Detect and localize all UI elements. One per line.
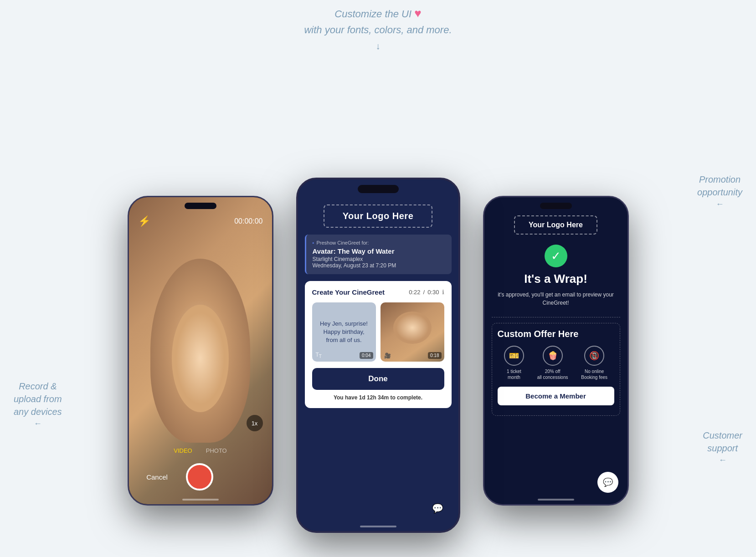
center-phone-content: Your Logo Here Preshow CineGreet for: Av… xyxy=(298,179,458,531)
movie-venue: Starlight Cinemaplex xyxy=(313,256,445,262)
offer-icons-row: 🎫 1 ticket month 🍿 20% off all concessio… xyxy=(498,346,614,380)
center-chat-icon: 💬 xyxy=(432,503,443,514)
camera-controls: VIDEO PHOTO Cancel xyxy=(129,447,272,491)
record-arrow: ← xyxy=(14,418,62,429)
cinegreet-section: Create Your CineGreet 0:22 / 0:30 ℹ Hey … xyxy=(305,281,452,408)
photo-tab[interactable]: PHOTO xyxy=(206,447,227,454)
record-button[interactable] xyxy=(186,463,213,491)
time-remaining: You have 1d 12h 34m to complete. xyxy=(312,394,444,401)
concessions-icon-circle: 🍿 xyxy=(543,346,563,366)
wrap-title: It's a Wrap! xyxy=(494,272,618,286)
video-clip-icon: 🎥 xyxy=(384,353,391,359)
cinegreet-title: Create Your CineGreet xyxy=(312,288,385,296)
time-remaining-prefix: You have xyxy=(334,394,359,401)
video-photo-tabs: VIDEO PHOTO xyxy=(129,447,272,454)
annotation-line1: Customize the UI xyxy=(334,8,411,20)
offer-item-booking: 📵 No online Booking fees xyxy=(581,346,607,380)
ticket-icon-circle: 🎫 xyxy=(504,346,524,366)
wrap-section: ✓ It's a Wrap! it's approved, you'll get… xyxy=(484,240,627,312)
phones-wrapper: ⚡ 00:00:00 1x VIDEO PHOTO Cancel xyxy=(105,55,652,533)
cinegreet-timer: 0:22 / 0:30 ℹ xyxy=(409,289,444,296)
support-arrow: ← xyxy=(703,455,742,466)
camera-timer: 00:00:00 xyxy=(234,217,262,225)
time-remaining-suffix: to complete. xyxy=(389,394,422,401)
offer-item-ticket: 🎫 1 ticket month xyxy=(504,346,524,380)
right-phone-notch xyxy=(540,203,572,209)
clip2-duration: 0:18 xyxy=(428,352,441,359)
become-member-button[interactable]: Become a Member xyxy=(498,387,614,405)
zoom-badge[interactable]: 1x xyxy=(247,415,263,431)
cinegreet-clips: Hey Jen, surprise! Happy birthday, from … xyxy=(312,302,444,362)
promo-annotation-text: Promotion opportunity xyxy=(697,174,742,197)
clip1-text: Hey Jen, surprise! Happy birthday, from … xyxy=(319,320,369,345)
concessions-label: 20% off all concessions xyxy=(537,368,568,380)
custom-offer-section: Custom Offer Here 🎫 1 ticket month 🍿 20%… xyxy=(492,323,620,416)
offer-item-concessions: 🍿 20% off all concessions xyxy=(537,346,568,380)
down-arrow: ↓ xyxy=(304,39,452,53)
time-remaining-value: 1d 12h 34m xyxy=(359,394,389,401)
right-logo-text: Your Logo Here xyxy=(529,221,583,229)
center-phone-notch xyxy=(358,185,399,193)
movie-info-bar: Preshow CineGreet for: Avatar: The Way o… xyxy=(305,235,452,274)
cancel-button[interactable]: Cancel xyxy=(146,473,168,481)
left-phone: ⚡ 00:00:00 1x VIDEO PHOTO Cancel xyxy=(128,196,273,506)
text-clip-icon: TT xyxy=(316,352,322,359)
clip1-duration: 0:04 xyxy=(360,352,373,359)
booking-icon: 📵 xyxy=(589,351,599,361)
right-home-indicator xyxy=(538,499,574,501)
center-logo-text: Your Logo Here xyxy=(343,211,414,221)
left-home-indicator xyxy=(182,499,219,501)
top-annotation: Customize the UI ♥ with your fonts, colo… xyxy=(304,5,452,53)
cinegreet-header: Create Your CineGreet 0:22 / 0:30 ℹ xyxy=(312,288,444,296)
cinegreet-title-prefix: Create Your xyxy=(312,288,352,296)
booking-icon-circle: 📵 xyxy=(584,346,604,366)
clip-card-text[interactable]: Hey Jen, surprise! Happy birthday, from … xyxy=(312,302,376,362)
clip-card-video[interactable]: 🎥 0:18 xyxy=(381,302,444,362)
promo-annotation: Promotion opportunity ← xyxy=(697,173,742,210)
center-logo-box: Your Logo Here xyxy=(324,204,433,228)
flash-icon: ⚡ xyxy=(138,215,150,227)
timer-current: 0:22 xyxy=(409,289,420,296)
right-phone: Your Logo Here ✓ It's a Wrap! it's appro… xyxy=(483,196,629,506)
custom-offer-title: Custom Offer Here xyxy=(498,329,614,339)
done-button[interactable]: Done xyxy=(312,368,444,390)
center-home-indicator xyxy=(360,526,396,527)
record-annotation: Record & upload from any devices ← xyxy=(14,380,62,429)
left-phone-content: ⚡ 00:00:00 1x VIDEO PHOTO Cancel xyxy=(129,197,272,504)
right-chat-icon: 💬 xyxy=(603,477,613,487)
right-logo-box: Your Logo Here xyxy=(514,215,597,235)
promo-arrow: ← xyxy=(697,199,742,210)
movie-date: Wednesday, August 23 at 7:20 PM xyxy=(313,262,445,269)
info-icon: ℹ xyxy=(442,289,444,296)
checkmark-icon: ✓ xyxy=(551,249,561,263)
ticket-label: 1 ticket month xyxy=(507,368,521,380)
ticket-icon: 🎫 xyxy=(509,351,519,361)
concessions-icon: 🍿 xyxy=(548,351,558,361)
video-tab[interactable]: VIDEO xyxy=(174,447,192,454)
center-chat-fab[interactable]: 💬 xyxy=(427,497,449,520)
timer-total: 0:30 xyxy=(427,289,439,296)
center-phone: Your Logo Here Preshow CineGreet for: Av… xyxy=(296,178,460,533)
zoom-value: 1x xyxy=(252,420,258,427)
checkmark-circle: ✓ xyxy=(545,245,567,267)
cinegreet-title-bold: CineGreet xyxy=(352,288,385,296)
left-phone-notch xyxy=(185,203,216,209)
heart-icon: ♥ xyxy=(414,6,421,20)
annotation-line2: with your fonts, colors, and more. xyxy=(304,24,452,36)
timer-slash: / xyxy=(423,289,425,296)
wrap-desc: it's approved, you'll get an email to pr… xyxy=(494,291,618,307)
support-annotation-text: Customer support xyxy=(703,430,742,453)
preshow-label: Preshow CineGreet for: xyxy=(313,240,445,245)
right-chat-fab[interactable]: 💬 xyxy=(597,472,618,493)
section-divider xyxy=(492,317,620,317)
record-annotation-text: Record & upload from any devices xyxy=(14,381,62,417)
movie-title: Avatar: The Way of Water xyxy=(313,247,445,255)
support-annotation: Customer support ← xyxy=(703,429,742,466)
camera-ui-top: ⚡ 00:00:00 xyxy=(129,215,272,227)
booking-label: No online Booking fees xyxy=(581,368,607,380)
camera-bottom-row: Cancel xyxy=(129,463,272,491)
right-phone-content: Your Logo Here ✓ It's a Wrap! it's appro… xyxy=(484,197,627,504)
